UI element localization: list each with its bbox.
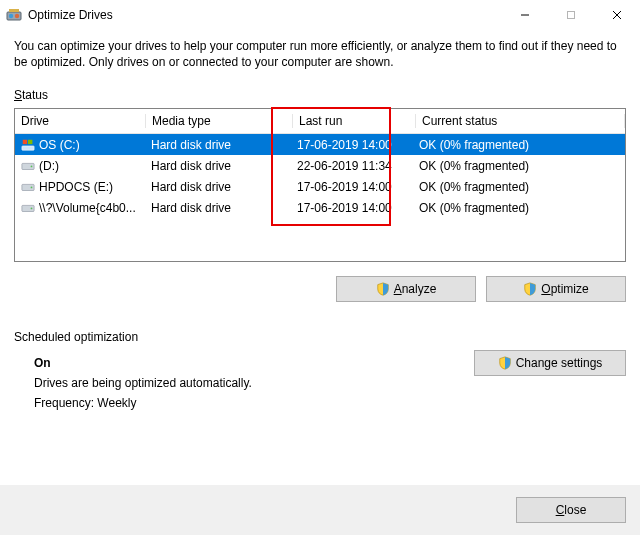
cell-drive: HPDOCS (E:) [15,180,145,194]
drive-icon [21,201,35,215]
cell-media: Hard disk drive [145,159,291,173]
minimize-button[interactable] [502,0,548,30]
svg-point-1 [9,14,13,18]
close-button[interactable] [594,0,640,30]
table-row[interactable]: HPDOCS (E:)Hard disk drive17-06-2019 14:… [15,176,625,197]
analyze-button[interactable]: Analyze [336,276,476,302]
maximize-button [548,0,594,30]
table-row[interactable]: OS (C:)Hard disk drive17-06-2019 14:00OK… [15,134,625,155]
cell-status: OK (0% fragmented) [413,180,625,194]
svg-point-2 [15,14,19,18]
shield-icon [376,282,390,296]
cell-lastrun: 17-06-2019 14:00 [291,201,413,215]
svg-rect-5 [568,12,575,19]
drive-icon [21,138,35,152]
cell-media: Hard disk drive [145,201,291,215]
optimize-label: Optimize [541,282,588,296]
cell-status: OK (0% fragmented) [413,159,625,173]
scheduled-desc: Drives are being optimized automatically… [34,376,626,390]
intro-text: You can optimize your drives to help you… [14,38,626,70]
scheduled-frequency: Frequency: Weekly [34,396,626,410]
cell-media: Hard disk drive [145,180,291,194]
optimize-button[interactable]: Optimize [486,276,626,302]
change-settings-button[interactable]: Change settings [474,350,626,376]
svg-point-16 [31,207,33,209]
table-row[interactable]: \\?\Volume{c4b0...Hard disk drive17-06-2… [15,197,625,218]
app-icon [6,7,22,23]
analyze-label: Analyze [394,282,437,296]
drive-icon [21,180,35,194]
scheduled-box: On Drives are being optimized automatica… [14,350,626,416]
list-header[interactable]: Drive Media type Last run Current status [15,109,625,134]
svg-point-14 [31,186,33,188]
close-label: Close [556,503,587,517]
cell-media: Hard disk drive [145,138,291,152]
svg-rect-8 [22,146,34,150]
drive-name: HPDOCS (E:) [39,180,113,194]
shield-icon [498,356,512,370]
drive-name: \\?\Volume{c4b0... [39,201,136,215]
titlebar: Optimize Drives [0,0,640,30]
cell-status: OK (0% fragmented) [413,201,625,215]
cell-drive: \\?\Volume{c4b0... [15,201,145,215]
drives-list[interactable]: Drive Media type Last run Current status… [14,108,626,262]
col-status[interactable]: Current status [416,114,625,128]
drive-icon [21,159,35,173]
status-heading: Status [14,88,626,102]
shield-icon [523,282,537,296]
scheduled-heading: Scheduled optimization [14,330,626,344]
close-window-button[interactable]: Close [516,497,626,523]
cell-drive: (D:) [15,159,145,173]
col-media[interactable]: Media type [146,114,293,128]
drive-name: (D:) [39,159,59,173]
svg-rect-3 [9,9,19,12]
drive-name: OS (C:) [39,138,80,152]
cell-status: OK (0% fragmented) [413,138,625,152]
table-row[interactable]: (D:)Hard disk drive22-06-2019 11:34OK (0… [15,155,625,176]
cell-lastrun: 17-06-2019 14:00 [291,138,413,152]
bottom-bar: Close [0,485,640,535]
cell-lastrun: 22-06-2019 11:34 [291,159,413,173]
svg-rect-9 [23,140,27,144]
window-title: Optimize Drives [28,8,113,22]
change-settings-label: Change settings [516,356,603,370]
col-lastrun[interactable]: Last run [293,114,416,128]
window: Optimize Drives You can optimize your dr… [0,0,640,535]
svg-point-12 [31,165,33,167]
cell-lastrun: 17-06-2019 14:00 [291,180,413,194]
svg-rect-10 [28,140,32,144]
cell-drive: OS (C:) [15,138,145,152]
window-controls [502,0,640,30]
col-drive[interactable]: Drive [15,114,146,128]
